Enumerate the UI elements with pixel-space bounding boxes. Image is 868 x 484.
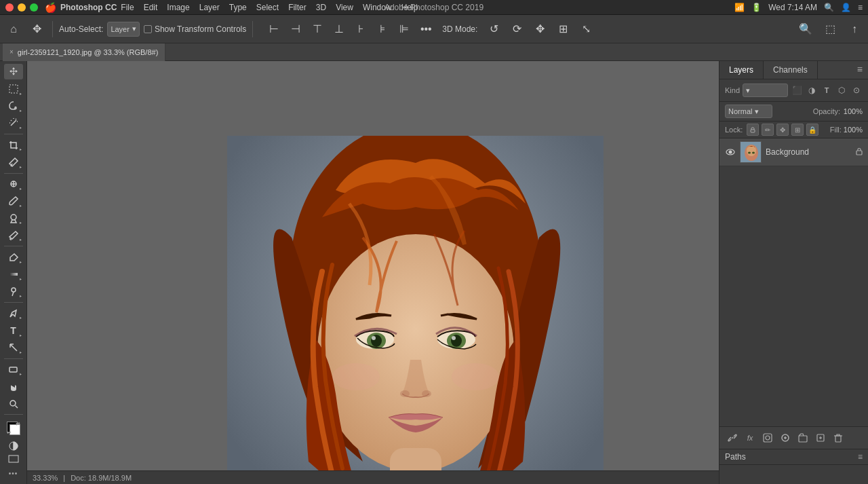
fill-value[interactable]: 100% xyxy=(844,126,863,134)
align-center-v-icon[interactable]: ⊦ xyxy=(351,20,370,39)
blend-mode-dropdown[interactable]: Normal ▾ xyxy=(725,105,772,118)
share-icon[interactable]: ↑ xyxy=(845,20,864,39)
shape-tool-btn[interactable]: ▸ xyxy=(4,362,23,377)
move-tool-icon[interactable]: ✥ xyxy=(27,20,46,39)
lock-pixels-btn[interactable]: ✏ xyxy=(762,124,774,136)
eraser-btn[interactable]: ▸ xyxy=(4,249,23,265)
pan-3d-icon[interactable]: ✥ xyxy=(530,20,549,39)
magic-wand-btn[interactable]: ▸ xyxy=(4,115,23,131)
menu-type[interactable]: Type xyxy=(229,3,247,12)
marquee-tool-btn[interactable]: ▸ xyxy=(4,81,23,96)
menu-layer[interactable]: Layer xyxy=(199,3,220,12)
lock-transparent-btn[interactable] xyxy=(747,124,759,136)
roll-3d-icon[interactable]: ⟳ xyxy=(507,20,526,39)
quick-mask-btn[interactable] xyxy=(4,441,23,452)
type-filter-icon[interactable]: T xyxy=(821,84,833,96)
zoom-percent: 33.33% xyxy=(33,474,58,482)
eyedropper-btn[interactable]: ▸ xyxy=(4,154,23,170)
apple-menu[interactable]: 🍎 xyxy=(45,2,56,13)
align-left-icon[interactable]: ⊢ xyxy=(264,20,283,39)
link-layers-btn[interactable] xyxy=(725,430,740,445)
distribute-icon[interactable]: ⊫ xyxy=(395,20,414,39)
home-icon[interactable]: ⌂ xyxy=(4,20,23,39)
shape-filter-icon[interactable]: ⬡ xyxy=(835,84,848,96)
menu-filter[interactable]: Filter xyxy=(288,3,307,12)
adjust-filter-icon[interactable]: ◑ xyxy=(806,84,818,96)
minimize-button[interactable] xyxy=(18,3,26,12)
type-tool-btn[interactable]: T ▸ xyxy=(4,322,23,338)
tab-layers[interactable]: Layers xyxy=(719,61,764,79)
app-name: Photoshop CC xyxy=(60,3,117,12)
menu-select[interactable]: Select xyxy=(256,3,279,12)
add-mask-btn[interactable] xyxy=(760,430,775,445)
layer-dropdown[interactable]: Layer ▾ xyxy=(107,22,140,37)
menu-extra-icon[interactable]: ≡ xyxy=(858,3,863,12)
doc-info: Doc: 18.9M/18.9M xyxy=(71,474,132,482)
panel-menu-icon[interactable]: ≡ xyxy=(852,61,868,79)
tab-channels[interactable]: Channels xyxy=(764,61,818,79)
path-select-btn[interactable]: ▸ xyxy=(4,340,23,356)
top-right-icons: 🔍 ⬚ ↑ xyxy=(796,20,864,39)
hand-tool-btn[interactable] xyxy=(4,379,23,394)
canvas-image-container xyxy=(227,136,604,484)
align-center-h-icon[interactable]: ⊣ xyxy=(286,20,305,39)
lasso-tool-btn[interactable]: ▸ xyxy=(4,98,23,114)
healing-brush-btn[interactable]: ▸ xyxy=(4,176,23,191)
menu-file[interactable]: File xyxy=(121,3,134,12)
layer-item-background[interactable]: Background xyxy=(719,138,868,166)
workspace-icon[interactable]: ⬚ xyxy=(821,20,840,39)
opacity-value[interactable]: 100% xyxy=(842,107,863,115)
brush-tool-btn[interactable]: ▸ xyxy=(4,193,23,209)
search-toolbar-icon[interactable]: 🔍 xyxy=(796,20,815,39)
paths-menu-icon[interactable]: ≡ xyxy=(858,452,863,462)
gradient-btn[interactable]: ▸ xyxy=(4,267,23,282)
lock-position-btn[interactable]: ✥ xyxy=(776,124,789,136)
new-fill-layer-btn[interactable] xyxy=(778,430,793,445)
tab-close-icon[interactable]: × xyxy=(9,48,14,56)
menu-edit[interactable]: Edit xyxy=(144,3,158,12)
swap-colors-icon[interactable]: ⇄ xyxy=(16,421,20,427)
menu-view[interactable]: View xyxy=(336,3,353,12)
menu-3d[interactable]: 3D xyxy=(316,3,326,12)
history-brush-btn[interactable]: ▸ xyxy=(4,227,23,243)
lock-artboard-btn[interactable]: ⊞ xyxy=(791,124,804,136)
tool-sep-5 xyxy=(4,358,23,359)
zoom-tool-btn[interactable] xyxy=(4,396,23,411)
slide-3d-icon[interactable]: ⊞ xyxy=(553,20,572,39)
reset-colors-icon[interactable]: ↩ xyxy=(7,430,12,436)
new-group-btn[interactable] xyxy=(795,430,810,445)
align-top-icon[interactable]: ⊥ xyxy=(330,20,349,39)
scale-3d-icon[interactable]: ⤡ xyxy=(576,20,595,39)
align-right-icon[interactable]: ⊤ xyxy=(308,20,327,39)
align-bottom-icon[interactable]: ⊧ xyxy=(373,20,392,39)
show-transform-checkbox[interactable] xyxy=(144,25,152,33)
new-layer-btn[interactable] xyxy=(813,430,828,445)
visibility-toggle[interactable] xyxy=(725,147,736,157)
move-tool-btn[interactable] xyxy=(4,64,23,79)
kind-value: ▾ xyxy=(746,86,750,95)
kind-dropdown[interactable]: ▾ xyxy=(743,83,788,97)
delete-layer-btn[interactable] xyxy=(831,430,846,445)
stamp-tool-btn[interactable]: ▸ xyxy=(4,210,23,226)
active-tab[interactable]: × girl-2359121_1920.jpg @ 33.3% (RGB/8#) xyxy=(3,43,165,61)
crop-tool-btn[interactable]: ▸ xyxy=(4,137,23,153)
tool-sep-1 xyxy=(4,134,23,134)
svg-point-40 xyxy=(747,145,756,156)
layer-name: Background xyxy=(766,147,852,157)
user-icon[interactable]: 👤 xyxy=(841,3,851,12)
layer-effects-btn[interactable]: fx xyxy=(743,430,757,445)
screen-mode-btn[interactable] xyxy=(4,453,23,464)
menu-image[interactable]: Image xyxy=(167,3,189,12)
pen-tool-btn[interactable]: ▸ xyxy=(4,305,23,321)
smart-filter-icon[interactable]: ⊙ xyxy=(850,84,863,96)
dodge-btn[interactable]: ▸ xyxy=(4,284,23,299)
rotate-3d-icon[interactable]: ↺ xyxy=(484,20,503,39)
more-tools-btn[interactable]: ••• xyxy=(4,466,23,481)
close-button[interactable] xyxy=(5,3,14,12)
more-options-icon[interactable]: ••• xyxy=(416,20,435,39)
pixel-filter-icon[interactable]: ⬛ xyxy=(791,84,803,96)
menu-bar: File Edit Image Layer Type Select Filter… xyxy=(121,3,418,12)
maximize-button[interactable] xyxy=(30,3,38,12)
search-icon[interactable]: 🔍 xyxy=(824,3,834,12)
lock-all-btn[interactable]: 🔒 xyxy=(806,124,818,136)
